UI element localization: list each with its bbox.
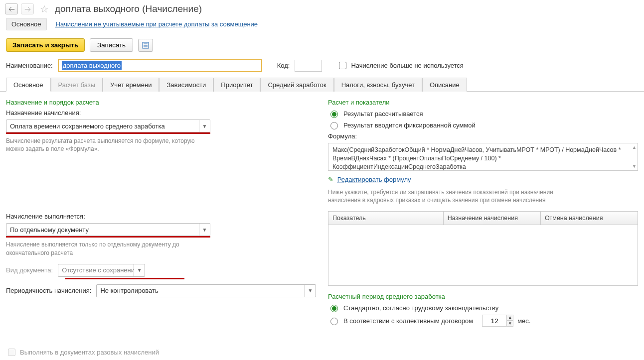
radio-collective-label: В соответствии с коллективным договором xyxy=(343,317,473,325)
performed-value: По отдельному документу xyxy=(6,226,199,234)
radio-fixed-label: Результат вводится фиксированной суммой xyxy=(343,121,476,129)
name-input-value: доплата выходного xyxy=(62,61,122,70)
tab-main[interactable]: Основное xyxy=(6,78,51,92)
chevron-down-icon[interactable]: ▼ xyxy=(199,120,210,132)
tab-desc[interactable]: Описание xyxy=(422,78,467,92)
onetime-checkbox xyxy=(8,349,15,356)
performed-dropdown[interactable]: По отдельному документу ▼ xyxy=(6,223,210,236)
indicators-table[interactable]: Показатель Назначение начисления Отмена … xyxy=(328,211,638,286)
period-label: Периодичность начисления: xyxy=(6,287,91,294)
link-main[interactable]: Основное xyxy=(6,18,47,30)
code-input[interactable] xyxy=(295,60,322,72)
pencil-icon: ✎ xyxy=(328,176,333,183)
doctype-value: Отсутствие с сохранением xyxy=(58,266,134,274)
months-suffix: мес. xyxy=(517,317,530,325)
radio-standard-label: Стандартно, согласно трудовому законодат… xyxy=(343,304,498,312)
save-button[interactable]: Записать xyxy=(90,38,133,52)
period-value: Не контролировать xyxy=(97,287,305,294)
chevron-down-icon[interactable]: ▼ xyxy=(199,224,210,236)
name-input[interactable]: доплата выходного xyxy=(58,59,262,72)
th-indicator: Показатель xyxy=(328,212,444,225)
purpose-label: Назначение начисления: xyxy=(6,109,316,117)
section-calc-title: Расчет и показатели xyxy=(328,99,638,106)
favorite-star-icon[interactable]: ☆ xyxy=(40,3,49,15)
formula-box[interactable]: Макс(СреднийЗаработокОбщий * НормаДнейЧа… xyxy=(328,143,638,171)
discontinued-label: Начисление больше не используется xyxy=(351,62,463,69)
tab-avg[interactable]: Средний заработок xyxy=(260,78,333,92)
name-label: Наименование: xyxy=(6,62,53,69)
purpose-value: Оплата времени сохраняемого среднего зар… xyxy=(6,122,199,130)
edit-formula-link[interactable]: Редактировать формулу xyxy=(337,176,411,183)
save-and-close-button[interactable]: Записать и закрыть xyxy=(6,38,85,52)
radio-fixed[interactable] xyxy=(330,122,338,129)
tab-time[interactable]: Учет времени xyxy=(103,78,159,92)
performed-note: Начисление выполняется только по отдельн… xyxy=(6,240,210,256)
tab-priority[interactable]: Приоритет xyxy=(213,78,260,92)
discontinued-checkbox[interactable] xyxy=(339,62,346,69)
purpose-dropdown[interactable]: Оплата времени сохраняемого среднего зар… xyxy=(6,120,210,132)
chevron-down-icon[interactable]: ▼ xyxy=(134,264,145,276)
doctype-dropdown[interactable]: Отсутствие с сохранением ▼ xyxy=(58,264,145,277)
tab-calc-base[interactable]: Расчет базы xyxy=(51,78,103,92)
performed-label: Начисление выполняется: xyxy=(6,213,316,220)
purpose-note: Вычисление результата расчета выполняетс… xyxy=(6,137,210,153)
radio-calculated-label: Результат рассчитывается xyxy=(343,110,423,118)
list-icon xyxy=(142,42,149,49)
link-secondary[interactable]: Начисления не учитываемые при расчете до… xyxy=(56,20,258,28)
formula-label: Формула: xyxy=(328,132,638,140)
tab-deps[interactable]: Зависимости xyxy=(159,78,213,92)
tab-taxes[interactable]: Налоги, взносы, бухучет xyxy=(334,78,422,92)
red-underline-2 xyxy=(6,236,210,238)
radio-standard[interactable] xyxy=(330,305,338,312)
radio-collective[interactable] xyxy=(330,318,338,325)
list-button[interactable] xyxy=(138,39,153,52)
onetime-label: Выполнять в документах разовых начислени… xyxy=(20,349,159,356)
red-underline-3 xyxy=(65,278,184,279)
section-avg-title: Расчетный период среднего заработка xyxy=(328,293,638,300)
code-label: Код: xyxy=(277,62,290,69)
scroll-icon[interactable]: ▲▼ xyxy=(632,144,637,169)
period-dropdown[interactable]: Не контролировать ▼ xyxy=(96,284,316,297)
th-assign: Назначение начисления xyxy=(444,212,541,225)
spinner-down-icon[interactable]: ▼ xyxy=(506,321,513,327)
page-title: доплата выходного (Начисление) xyxy=(55,3,202,14)
formula-text: Макс(СреднийЗаработокОбщий * НормаДнейЧа… xyxy=(332,146,621,170)
radio-calculated[interactable] xyxy=(330,111,338,118)
chevron-down-icon[interactable]: ▼ xyxy=(305,285,316,297)
months-input[interactable] xyxy=(482,315,507,327)
doctype-label: Вид документа: xyxy=(6,266,53,274)
th-cancel: Отмена начисления xyxy=(541,212,638,225)
back-button[interactable]: 🡠 xyxy=(5,3,18,14)
forward-button[interactable]: 🡢 xyxy=(21,3,34,14)
spinner-up-icon[interactable]: ▲ xyxy=(506,315,513,321)
red-underline-1 xyxy=(6,132,210,134)
section-purpose-title: Назначение и порядок расчета xyxy=(6,99,316,106)
below-note: Ниже укажите, требуется ли запрашивать з… xyxy=(328,188,557,204)
